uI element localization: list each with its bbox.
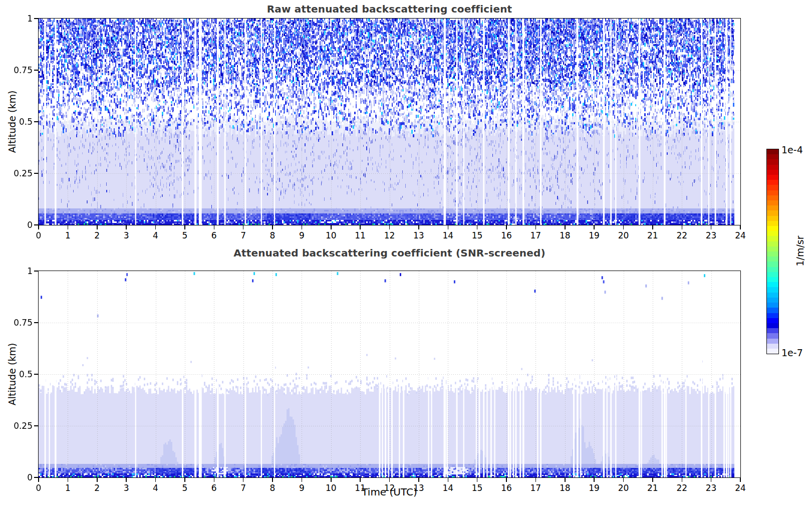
colorbar-segment [767,344,778,349]
y-tick-label: 0 [7,473,33,482]
colorbar-segment [767,200,778,205]
x-tick-mark [38,225,39,229]
x-tick-label: 6 [204,484,224,492]
x-tick-mark [38,478,39,482]
x-tick-label: 12 [380,231,400,240]
y-tick-label: 0 [7,221,33,229]
x-tick-mark [126,225,127,229]
x-tick-mark [506,478,507,482]
colorbar-segment [767,190,778,195]
colorbar-segment [767,185,778,190]
colorbar-segment [767,241,778,246]
x-tick-label: 7 [233,231,253,240]
colorbar-segment [767,210,778,215]
colorbar-segment [767,154,778,159]
colorbar-segment [767,195,778,200]
colorbar-segment [767,205,778,210]
x-tick-label: 23 [701,484,721,492]
y-tick-mark [34,18,38,19]
y-tick-mark [34,271,38,272]
x-tick-label: 1 [58,484,78,492]
colorbar-segment [767,318,778,323]
colorbar-segment [767,262,778,267]
x-tick-label: 9 [292,231,312,240]
x-tick-mark [389,478,390,482]
y-tick-mark [34,173,38,174]
x-tick-mark [682,478,683,482]
x-tick-label: 8 [262,231,283,240]
x-tick-label: 2 [87,484,107,492]
colorbar-segment [767,339,778,344]
colorbar-segment [767,287,778,292]
screened-plot-frame [38,271,741,478]
x-tick-mark [623,225,624,229]
colorbar-segment [767,236,778,241]
x-tick-label: 10 [321,484,341,492]
x-tick-label: 14 [438,231,458,240]
x-tick-label: 1 [58,231,78,240]
y-tick-label: 0.75 [7,319,33,327]
x-tick-mark [155,478,156,482]
y-tick-mark [34,224,38,225]
x-tick-mark [214,225,215,229]
x-tick-label: 4 [146,484,166,492]
x-tick-label: 9 [292,484,312,492]
x-tick-label: 4 [146,231,166,240]
x-tick-mark [360,225,361,229]
x-tick-mark [477,225,478,229]
colorbar-segment [767,180,778,185]
colorbar-segment [767,277,778,282]
raw-plot-frame [38,18,741,225]
colorbar-segment [767,257,778,262]
colorbar-segment [767,170,778,175]
y-tick-label: 0.25 [7,422,33,430]
x-tick-mark [535,478,536,482]
y-tick-label: 0.75 [7,66,33,75]
colorbar-segment [767,267,778,272]
colorbar-segment [767,175,778,180]
x-tick-mark [97,478,98,482]
x-tick-label: 12 [380,484,400,492]
x-tick-label: 7 [233,484,253,492]
y-tick-label: 1 [7,267,33,276]
x-tick-label: 5 [175,231,195,240]
x-tick-mark [448,478,449,482]
x-tick-mark [331,478,332,482]
colorbar-segment [767,221,778,226]
x-tick-label: 0 [29,484,49,492]
colorbar [766,149,779,354]
x-tick-label: 16 [496,231,516,240]
x-tick-mark [155,225,156,229]
x-tick-label: 3 [116,484,136,492]
x-tick-label: 0 [29,231,49,240]
x-tick-mark [711,478,712,482]
colorbar-segment [767,308,778,313]
x-tick-mark [565,225,566,229]
x-tick-mark [272,225,273,229]
colorbar-segment [767,313,778,318]
y-tick-label: 1 [7,15,33,23]
x-tick-label: 18 [555,484,575,492]
x-tick-label: 10 [321,231,341,240]
x-tick-mark [302,478,303,482]
x-tick-mark [184,478,185,482]
x-tick-mark [506,225,507,229]
x-tick-label: 14 [438,484,458,492]
x-tick-label: 20 [614,484,634,492]
x-tick-label: 13 [409,231,429,240]
x-tick-label: 15 [467,484,487,492]
x-tick-label: 17 [525,484,546,492]
colorbar-max-label: 1e-4 [781,144,803,155]
colorbar-segment [767,298,778,303]
y-tick-label: 0.5 [7,370,33,379]
colorbar-segment [767,323,778,328]
screened-heatmap-canvas [39,271,740,477]
y-tick-mark [34,425,38,426]
x-tick-label: 6 [204,231,224,240]
x-tick-label: 20 [614,231,634,240]
x-tick-mark [68,225,69,229]
x-tick-mark [477,478,478,482]
colorbar-segment [767,159,778,164]
x-tick-label: 11 [350,231,370,240]
x-tick-mark [652,225,653,229]
